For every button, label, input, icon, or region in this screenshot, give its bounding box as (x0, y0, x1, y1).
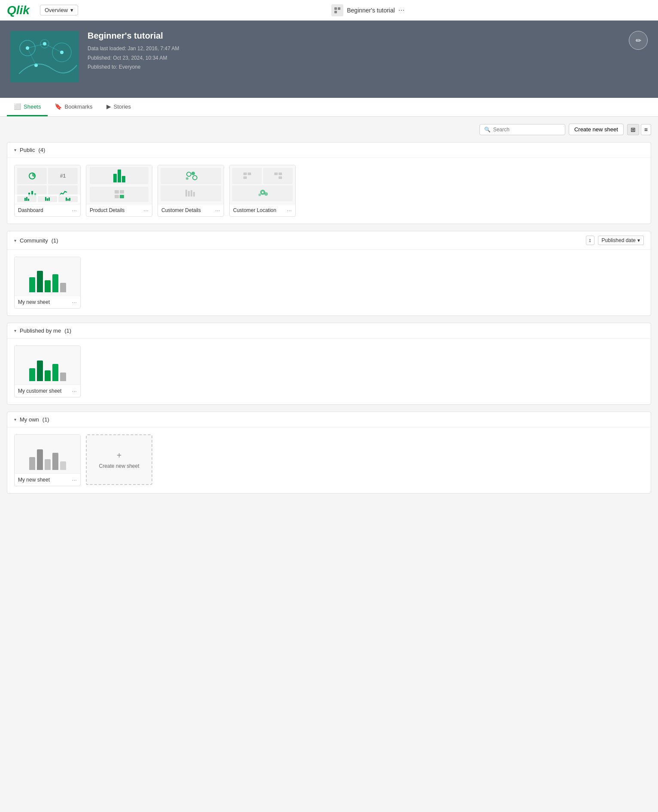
customer-details-footer: Customer Details ··· (158, 204, 224, 216)
my-own-section: ▾ My own (1) My new sheet ··· (7, 412, 651, 494)
customer-location-name: Customer Location (233, 207, 287, 213)
svg-rect-26 (69, 198, 70, 201)
my-customer-sheet-name: My customer sheet (18, 388, 72, 394)
sheet-card-product-details[interactable]: Product Details ··· (86, 165, 152, 217)
published-by-me-cards: My customer sheet ··· (7, 339, 651, 404)
published-by-me-section: ▾ Published by me (1) My customer sheet (7, 323, 651, 405)
svg-rect-0 (334, 7, 337, 10)
svg-rect-22 (47, 198, 48, 201)
svg-rect-24 (66, 197, 67, 201)
community-section: ▾ Community (1) ↕ Published date ▾ (7, 231, 651, 316)
app-thumbnail (10, 31, 79, 82)
tab-bookmarks[interactable]: 🔖 Bookmarks (48, 98, 99, 116)
public-section-header[interactable]: ▾ Public (4) (7, 142, 651, 158)
my-new-sheet-menu[interactable]: ··· (72, 299, 77, 306)
my-own-chevron-icon: ▾ (14, 417, 16, 422)
svg-point-48 (262, 191, 264, 193)
sort-label: Published date (602, 237, 636, 243)
dashboard-name: Dashboard (18, 207, 72, 213)
svg-rect-27 (115, 190, 119, 194)
my-customer-sheet-menu[interactable]: ··· (72, 388, 77, 394)
sheet-card-my-new-sheet-2[interactable]: My new sheet ··· (14, 434, 81, 486)
sheet-card-my-customer-sheet[interactable]: My customer sheet ··· (14, 345, 81, 397)
tab-bookmarks-label: Bookmarks (64, 103, 92, 110)
grid-view-button[interactable]: ⊞ (627, 124, 639, 135)
published-by-me-chevron-icon: ▾ (14, 328, 16, 333)
public-chevron-icon: ▾ (14, 148, 16, 152)
published-by-me-count: (1) (64, 327, 71, 334)
sort-dropdown[interactable]: Published date ▾ (598, 236, 644, 245)
svg-rect-36 (188, 191, 190, 197)
product-details-menu[interactable]: ··· (143, 207, 149, 214)
customer-details-thumb (158, 165, 224, 204)
hero-title: Beginner's tutorial (88, 31, 179, 41)
my-own-cards: My new sheet ··· + Create new sheet (7, 427, 651, 493)
search-input[interactable] (493, 127, 561, 133)
tab-sheets-label: Sheets (24, 103, 41, 110)
community-section-title: Community (20, 237, 48, 244)
my-own-count: (1) (42, 416, 49, 423)
svg-rect-3 (10, 31, 79, 82)
svg-point-31 (187, 172, 191, 176)
svg-rect-38 (193, 192, 195, 197)
sort-chevron-icon: ▾ (637, 237, 640, 243)
hero-published-to: Published to: Everyone (88, 63, 179, 72)
search-box[interactable]: 🔍 (479, 124, 565, 135)
dashboard-menu[interactable]: ··· (72, 207, 77, 214)
content-area: 🔍 Create new sheet ⊞ ≡ ▾ Public (4) (0, 117, 658, 507)
sheet-card-dashboard[interactable]: #1 (14, 165, 81, 217)
view-toggle: ⊞ ≡ (627, 124, 651, 135)
create-new-sheet-card[interactable]: + Create new sheet (86, 434, 152, 485)
hero-section: Beginner's tutorial Data last loaded: Ja… (0, 21, 658, 98)
sort-button[interactable]: ↕ (586, 236, 594, 245)
top-nav: Qlik Overview ▾ Beginner's tutorial ··· (0, 0, 658, 21)
customer-location-thumb (230, 165, 295, 204)
edit-button[interactable]: ✏ (629, 31, 648, 50)
svg-rect-2 (334, 11, 337, 13)
product-details-footer: Product Details ··· (86, 204, 152, 216)
community-section-header[interactable]: ▾ Community (1) ↕ Published date ▾ (7, 231, 651, 250)
customer-location-menu[interactable]: ··· (287, 207, 292, 214)
public-section: ▾ Public (4) #1 (7, 142, 651, 224)
nav-dropdown[interactable]: Overview ▾ (40, 5, 78, 15)
sheets-icon: ⬜ (14, 103, 21, 110)
svg-rect-42 (274, 173, 278, 175)
svg-rect-18 (24, 198, 26, 201)
sheet-card-my-new-sheet[interactable]: My new sheet ··· (14, 257, 81, 309)
svg-rect-23 (49, 197, 50, 201)
my-customer-sheet-thumb (15, 346, 80, 385)
customer-details-menu[interactable]: ··· (215, 207, 220, 214)
tab-stories[interactable]: ▶ Stories (100, 98, 138, 116)
my-own-title: My own (20, 416, 39, 423)
my-new-sheet-2-menu[interactable]: ··· (72, 476, 77, 483)
app-menu-dots[interactable]: ··· (398, 6, 405, 15)
create-new-sheet-button[interactable]: Create new sheet (569, 124, 624, 135)
svg-rect-35 (185, 190, 187, 197)
my-new-sheet-2-footer: My new sheet ··· (15, 473, 80, 486)
my-new-sheet-name: My new sheet (18, 299, 72, 305)
svg-rect-41 (243, 176, 247, 179)
my-new-sheet-2-thumb (15, 435, 80, 473)
community-section-count: (1) (52, 237, 58, 244)
svg-rect-28 (120, 190, 124, 194)
community-cards: My new sheet ··· (7, 250, 651, 315)
svg-rect-30 (120, 195, 124, 198)
mini-cell-1 (17, 168, 47, 184)
svg-rect-43 (279, 173, 282, 175)
svg-rect-25 (67, 199, 69, 201)
qlik-logo: Qlik (7, 3, 30, 17)
svg-rect-40 (248, 173, 251, 175)
hero-published: Published: Oct 23, 2024, 10:34 AM (88, 54, 179, 63)
svg-point-11 (43, 42, 46, 45)
customer-location-footer: Customer Location ··· (230, 204, 295, 216)
svg-rect-44 (279, 176, 282, 179)
svg-rect-19 (26, 197, 27, 201)
stories-icon: ▶ (106, 103, 111, 110)
list-view-button[interactable]: ≡ (641, 124, 651, 135)
sheet-card-customer-details[interactable]: Customer Details ··· (158, 165, 224, 217)
sheet-card-customer-location[interactable]: Customer Location ··· (229, 165, 296, 217)
tab-sheets[interactable]: ⬜ Sheets (7, 98, 48, 116)
published-by-me-header[interactable]: ▾ Published by me (1) (7, 323, 651, 339)
app-title: Beginner's tutorial (347, 7, 395, 14)
my-own-header[interactable]: ▾ My own (1) (7, 412, 651, 427)
